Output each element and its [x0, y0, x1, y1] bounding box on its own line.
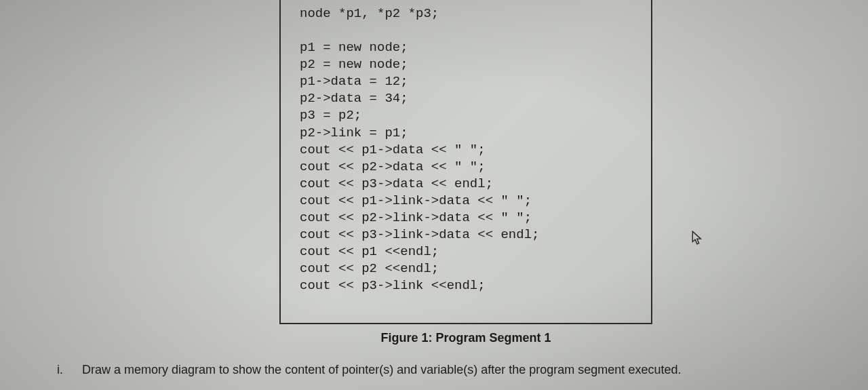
- question-body: Draw a memory diagram to show the conten…: [82, 363, 681, 376]
- question-text: i. Draw a memory diagram to show the con…: [57, 362, 854, 378]
- cursor-icon: [692, 231, 704, 246]
- code-content: node *p1, *p2 *p3; p1 = new node; p2 = n…: [300, 5, 632, 294]
- question-number: i.: [57, 362, 79, 378]
- code-box: node *p1, *p2 *p3; p1 = new node; p2 = n…: [279, 0, 652, 324]
- figure-caption: Figure 1: Program Segment 1: [279, 331, 652, 345]
